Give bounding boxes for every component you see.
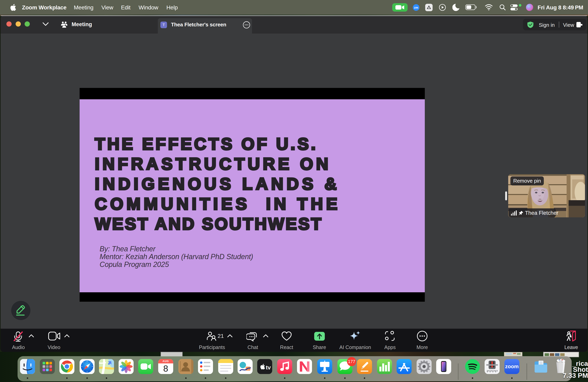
- svg-text:tv: tv: [266, 364, 271, 371]
